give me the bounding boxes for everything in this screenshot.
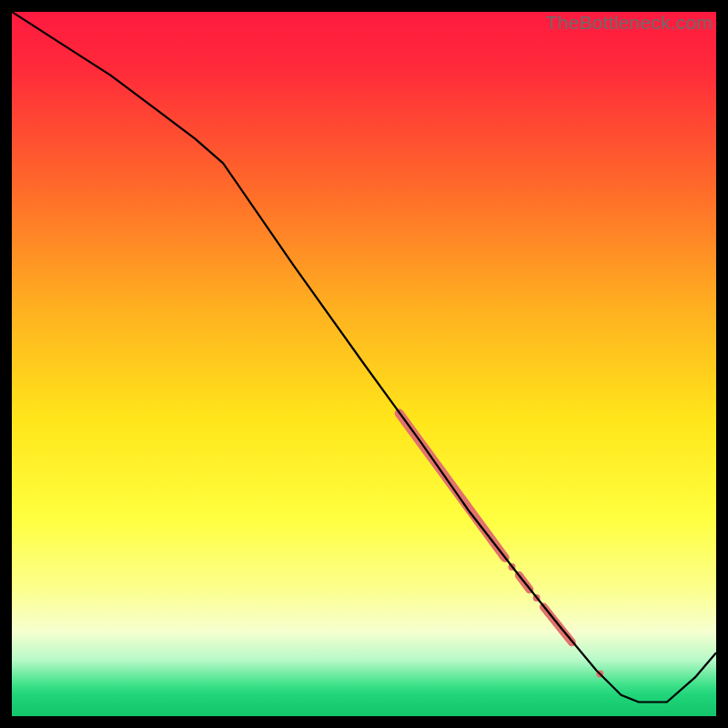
chart-svg (12, 12, 716, 716)
chart-frame: TheBottleneck.com (12, 12, 716, 716)
watermark-text: TheBottleneck.com (546, 12, 713, 34)
